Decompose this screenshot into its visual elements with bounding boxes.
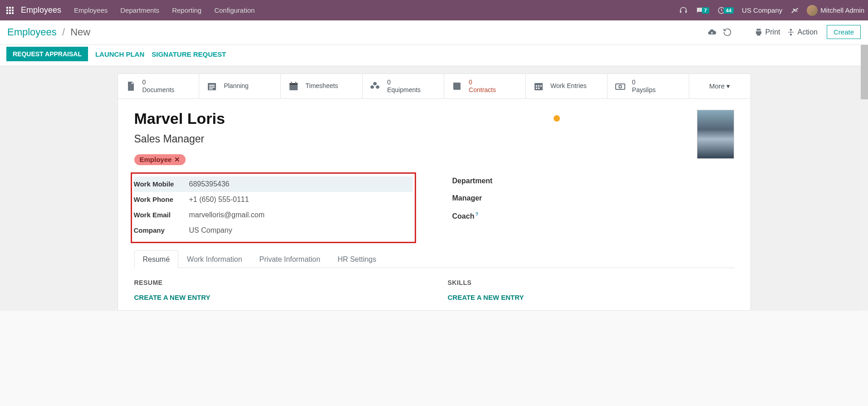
create-resume-entry[interactable]: CREATE A NEW ENTRY bbox=[134, 293, 421, 301]
cubes-icon bbox=[370, 81, 382, 92]
svg-rect-10 bbox=[295, 82, 296, 84]
discuss-icon[interactable]: 7 bbox=[696, 6, 709, 15]
planning-icon bbox=[206, 81, 218, 92]
create-skill-entry[interactable]: CREATE A NEW ENTRY bbox=[448, 293, 734, 301]
user-avatar bbox=[807, 5, 818, 16]
work-phone-input[interactable]: +1 (650) 555-0111 bbox=[187, 196, 413, 204]
breadcrumb: Employees / New bbox=[7, 26, 90, 38]
tab-resume[interactable]: Resumé bbox=[134, 250, 179, 268]
svg-rect-4 bbox=[209, 85, 215, 86]
nav-reporting[interactable]: Reporting bbox=[172, 6, 201, 14]
resume-heading: RESUME bbox=[134, 279, 421, 286]
topbar: Employees Employees Departments Reportin… bbox=[0, 0, 868, 20]
book-icon bbox=[451, 81, 463, 92]
cal-grid-icon bbox=[533, 81, 545, 92]
svg-rect-13 bbox=[538, 85, 539, 87]
launch-plan-button[interactable]: LAUNCH PLAN bbox=[95, 50, 144, 58]
signature-request-button[interactable]: SIGNATURE REQUEST bbox=[152, 50, 226, 58]
svg-rect-8 bbox=[289, 83, 298, 85]
work-email-input[interactable]: marvelloris@gmail.com bbox=[187, 211, 413, 219]
svg-rect-12 bbox=[536, 85, 537, 87]
create-button[interactable]: Create bbox=[827, 25, 861, 39]
stat-equipments[interactable]: 0Equipments bbox=[363, 74, 444, 98]
tabs: Resumé Work Information Private Informat… bbox=[134, 250, 734, 268]
row-department: Department bbox=[452, 172, 734, 190]
control-panel: Employees / New Print Action Create bbox=[0, 20, 868, 45]
tag-remove-icon[interactable]: ✕ bbox=[174, 156, 180, 164]
stat-more[interactable]: More ▾ bbox=[689, 74, 750, 98]
svg-rect-6 bbox=[209, 88, 213, 89]
stat-work-entries[interactable]: Work Entries bbox=[526, 74, 608, 98]
row-work-phone: Work Phone +1 (650) 555-0111 bbox=[134, 192, 413, 207]
nav-departments[interactable]: Departments bbox=[120, 6, 159, 14]
stat-timesheets[interactable]: Timesheets bbox=[281, 74, 363, 98]
highlight-box: Work Mobile 6895395436 Work Phone +1 (65… bbox=[131, 172, 416, 243]
skills-heading: SKILLS bbox=[448, 279, 734, 286]
row-work-email: Work Email marvelloris@gmail.com bbox=[134, 207, 413, 223]
apps-icon[interactable] bbox=[6, 7, 14, 14]
scrollbar[interactable] bbox=[861, 45, 868, 311]
action-button[interactable]: Action bbox=[787, 28, 818, 36]
employee-photo[interactable] bbox=[697, 110, 734, 159]
chevron-down-icon: ▾ bbox=[726, 82, 730, 90]
row-coach: Coach? bbox=[452, 207, 734, 225]
stat-buttons: 0Documents Planning Timesheets 0Equipmen… bbox=[118, 73, 751, 98]
tab-body: RESUME CREATE A NEW ENTRY SKILLS CREATE … bbox=[134, 268, 734, 307]
stat-planning[interactable]: Planning bbox=[199, 74, 281, 98]
cp-buttons: Print Action Create bbox=[707, 25, 861, 39]
app-title: Employees bbox=[21, 5, 61, 15]
row-work-mobile: Work Mobile 6895395436 bbox=[134, 176, 413, 192]
tab-hr-settings[interactable]: HR Settings bbox=[329, 250, 385, 268]
user-name: Mitchell Admin bbox=[820, 6, 864, 14]
nav-links: Employees Departments Reporting Configur… bbox=[74, 6, 679, 14]
calendar-icon bbox=[288, 81, 300, 92]
employee-tag[interactable]: Employee ✕ bbox=[134, 154, 186, 165]
request-appraisal-button[interactable]: REQUEST APPRAISAL bbox=[6, 47, 88, 61]
breadcrumb-root[interactable]: Employees bbox=[7, 26, 57, 38]
help-icon[interactable]: ? bbox=[475, 211, 478, 217]
company-input[interactable]: US Company bbox=[187, 226, 413, 235]
tab-work-information[interactable]: Work Information bbox=[178, 250, 251, 268]
document-icon bbox=[125, 81, 137, 92]
activities-icon[interactable]: 44 bbox=[717, 6, 734, 15]
money-icon bbox=[615, 81, 627, 92]
svg-point-18 bbox=[619, 85, 622, 88]
presence-status-dot bbox=[554, 115, 560, 122]
row-manager: Manager bbox=[452, 190, 734, 207]
stat-documents[interactable]: 0Documents bbox=[118, 74, 200, 98]
topbar-right: 7 44 US Company Mitchell Admin bbox=[679, 5, 864, 16]
svg-rect-16 bbox=[538, 88, 539, 89]
discuss-badge: 7 bbox=[702, 7, 709, 14]
voip-icon[interactable] bbox=[679, 6, 687, 15]
svg-rect-1 bbox=[685, 10, 687, 13]
discard-icon[interactable] bbox=[723, 28, 732, 37]
status-bar: REQUEST APPRAISAL LAUNCH PLAN SIGNATURE … bbox=[0, 45, 868, 66]
debug-icon[interactable] bbox=[790, 6, 799, 15]
stat-contracts[interactable]: 0Contracts bbox=[444, 74, 526, 98]
activities-badge: 44 bbox=[724, 7, 734, 14]
svg-rect-17 bbox=[616, 84, 625, 89]
tab-private-information[interactable]: Private Information bbox=[251, 250, 329, 268]
svg-rect-15 bbox=[536, 88, 537, 89]
employee-name[interactable]: Marvel Loris bbox=[134, 110, 734, 127]
svg-rect-5 bbox=[209, 87, 215, 88]
user-menu[interactable]: Mitchell Admin bbox=[807, 5, 864, 16]
cloud-upload-icon[interactable] bbox=[707, 28, 716, 37]
print-button[interactable]: Print bbox=[755, 28, 780, 36]
svg-rect-0 bbox=[680, 10, 681, 13]
svg-rect-9 bbox=[291, 82, 292, 84]
stat-payslips[interactable]: 0Payslips bbox=[608, 74, 689, 98]
row-company: Company US Company bbox=[134, 223, 413, 238]
svg-rect-14 bbox=[540, 85, 542, 87]
employee-title[interactable]: Sales Manager bbox=[134, 133, 734, 145]
work-mobile-input[interactable]: 6895395436 bbox=[187, 180, 413, 188]
company-switch[interactable]: US Company bbox=[742, 6, 782, 14]
form-sheet: Marvel Loris Sales Manager Employee ✕ Wo… bbox=[118, 98, 751, 311]
nav-configuration[interactable]: Configuration bbox=[214, 6, 255, 14]
nav-employees[interactable]: Employees bbox=[74, 6, 108, 14]
breadcrumb-current: New bbox=[70, 26, 90, 38]
